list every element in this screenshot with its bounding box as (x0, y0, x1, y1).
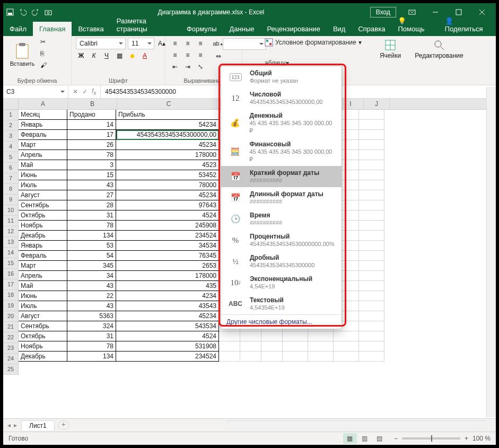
name-box[interactable]: C3 (3, 85, 68, 98)
increase-indent-icon[interactable]: ⇥ (182, 62, 193, 72)
formula-input[interactable]: 45435435345345300000 (101, 88, 180, 95)
row-header[interactable]: 25 (3, 364, 19, 375)
cell[interactable]: 14 (67, 120, 116, 130)
cell[interactable]: 345 (67, 261, 116, 271)
tab-insert[interactable]: Вставка (72, 22, 110, 36)
cell[interactable]: 4524 (116, 210, 219, 221)
cell[interactable]: 15 (67, 170, 116, 180)
cell[interactable]: 178000 (116, 271, 219, 281)
bold-icon[interactable]: Ж (76, 50, 86, 61)
orientation-icon[interactable]: ⤡ (195, 62, 206, 72)
sheet-nav-prev-icon[interactable]: ◂ (7, 421, 11, 429)
cell[interactable]: 78000 (116, 180, 219, 190)
cell[interactable]: 27 (67, 190, 116, 200)
cell[interactable]: 4523 (116, 160, 219, 170)
row-header[interactable]: 22 (3, 332, 19, 343)
tab-file[interactable]: Файл (3, 22, 33, 36)
format-painter-icon[interactable]: 🖌 (40, 62, 51, 71)
cell[interactable] (359, 120, 384, 130)
undo-icon[interactable] (19, 8, 27, 16)
tab-formulas[interactable]: Формулы (180, 22, 223, 36)
cell[interactable]: Июль (19, 180, 67, 190)
row-header[interactable]: 23 (3, 343, 19, 354)
cell[interactable] (359, 140, 384, 150)
nf-scientific[interactable]: 102Экспоненциальный4,54E+19 (221, 272, 342, 293)
font-size-combo[interactable]: 11 (128, 38, 154, 49)
cell[interactable]: 31 (67, 210, 116, 221)
cell[interactable]: 31 (67, 331, 116, 341)
vertical-scrollbar[interactable] (486, 87, 496, 417)
column-header[interactable]: B (68, 99, 117, 109)
select-all-corner[interactable] (3, 99, 19, 110)
cell[interactable] (240, 352, 261, 362)
italic-icon[interactable]: К (89, 50, 99, 61)
cell[interactable]: Июнь (19, 291, 67, 301)
cell[interactable]: Май (19, 160, 67, 170)
cell[interactable]: 54 (67, 251, 116, 261)
save-icon[interactable] (6, 8, 14, 16)
font-color-icon[interactable]: A (139, 50, 150, 61)
tab-review[interactable]: Рецензирование (260, 22, 326, 36)
cell[interactable]: Август (19, 311, 67, 321)
cell[interactable]: Апрель (19, 150, 67, 160)
cell[interactable] (308, 352, 334, 362)
cell[interactable] (240, 331, 261, 341)
cell[interactable] (334, 352, 359, 362)
cell[interactable] (359, 352, 384, 362)
cell[interactable]: 2653 (116, 261, 219, 271)
cell[interactable] (359, 160, 384, 170)
row-header[interactable]: 4 (3, 142, 19, 152)
fill-color-icon[interactable]: ◆ (127, 50, 137, 61)
cell[interactable]: 178000 (116, 150, 219, 160)
cell[interactable]: 134 (67, 352, 116, 362)
cell[interactable]: 134 (67, 231, 116, 241)
cell[interactable]: 78 (67, 341, 116, 352)
editing-button[interactable]: Редактирование (410, 39, 468, 59)
cell[interactable]: 43 (67, 180, 116, 190)
cell[interactable] (359, 321, 384, 331)
cell[interactable] (308, 341, 334, 352)
cell[interactable]: Март (19, 261, 67, 271)
nf-currency[interactable]: 💰Денежный45 435 435 345 345 300 000,00 ₽ (221, 109, 342, 137)
nf-long-date[interactable]: 📅Длинный формат даты########## (221, 187, 342, 208)
cell[interactable]: Декабрь (19, 352, 67, 362)
cell[interactable]: Месяц (19, 110, 67, 120)
zoom-slider[interactable] (402, 437, 460, 440)
row-header[interactable]: 12 (3, 226, 19, 237)
cell[interactable] (359, 311, 384, 321)
nf-general[interactable]: 123ОбщийФормат не указан (221, 66, 342, 87)
row-header[interactable]: 14 (3, 248, 19, 258)
cancel-formula-icon[interactable]: ✕ (73, 88, 78, 95)
cell[interactable] (359, 110, 384, 120)
cell[interactable] (359, 221, 384, 231)
row-header[interactable]: 15 (3, 258, 19, 269)
align-bottom-icon[interactable]: ≡ (195, 38, 206, 49)
align-top-icon[interactable]: ≡ (170, 38, 180, 49)
tab-help[interactable]: Справка (352, 22, 391, 36)
align-middle-icon[interactable]: ≡ (182, 38, 193, 49)
cell[interactable]: 43 (67, 281, 116, 291)
row-header[interactable]: 13 (3, 237, 19, 248)
camera-icon[interactable] (45, 8, 52, 16)
cell[interactable]: Август (19, 190, 67, 200)
nf-more-formats[interactable]: Другие числовые форматы... (221, 314, 342, 329)
cell[interactable]: Ноябрь (19, 221, 67, 231)
cell[interactable]: Январь (19, 120, 67, 130)
nf-number[interactable]: 12Числовой45435435345345300000,00 (221, 87, 342, 109)
cell[interactable] (359, 180, 384, 190)
column-header[interactable]: A (19, 99, 68, 109)
row-header[interactable]: 21 (3, 322, 19, 332)
row-header[interactable]: 2 (3, 120, 19, 131)
cell[interactable] (359, 331, 384, 341)
cell[interactable] (308, 331, 334, 341)
nf-accounting[interactable]: 🧮Финансовый45 435 435 345 345 300 000,00… (221, 137, 342, 166)
cell[interactable]: 97643 (116, 200, 219, 210)
fx-icon[interactable]: fx (92, 87, 96, 96)
row-header[interactable]: 18 (3, 290, 19, 301)
cell[interactable] (283, 331, 308, 341)
cell[interactable]: 76345 (116, 251, 219, 261)
row-header[interactable]: 3 (3, 131, 19, 142)
view-page-break-icon[interactable]: ▤ (373, 433, 387, 444)
row-header[interactable]: 16 (3, 269, 19, 279)
cell[interactable]: Октябрь (19, 210, 67, 221)
